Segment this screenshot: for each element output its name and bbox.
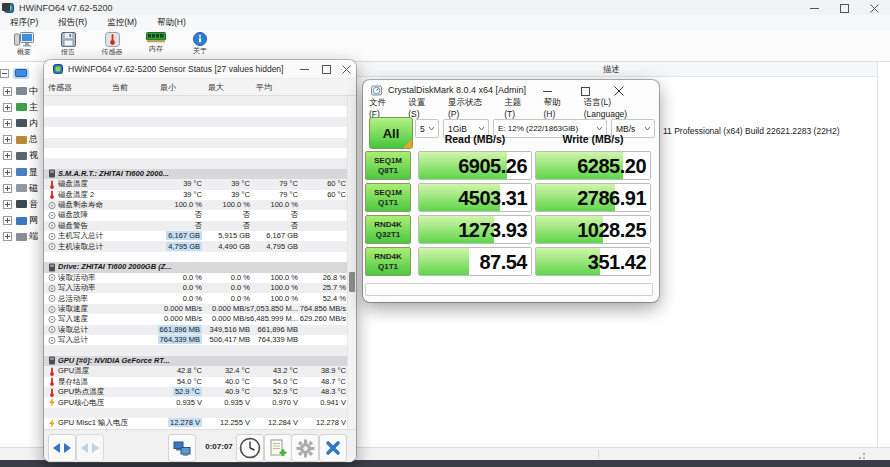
minimize-button[interactable] bbox=[298, 64, 310, 74]
arrows-swap-button[interactable] bbox=[48, 434, 76, 462]
sensor-section-header[interactable]: Drive: ZHITAI Ti600 2000GB (Z... bbox=[44, 262, 356, 272]
device-category-icon bbox=[16, 152, 27, 160]
expand-box-icon[interactable] bbox=[3, 216, 12, 225]
hwinfo-main-titlebar[interactable]: HWiNFO64 v7.62-5200 bbox=[0, 0, 890, 15]
sensor-row[interactable]: 显存结温54.0 °C40.0 °C54.0 °C48.7 °C bbox=[44, 377, 356, 387]
sensor-row[interactable]: 写入活动率0.0 %0.0 %100.0 %25.7 % bbox=[44, 283, 356, 293]
column-header-0[interactable]: 传感器 bbox=[48, 82, 72, 93]
expand-box-icon[interactable] bbox=[3, 87, 12, 96]
sensor-row[interactable]: 磁盘故障否否否 bbox=[44, 210, 356, 220]
scrollbar-thumb[interactable] bbox=[349, 272, 355, 292]
maximize-button[interactable] bbox=[838, 3, 850, 13]
tree-item-音[interactable]: 音 bbox=[3, 197, 38, 211]
tree-item-中[interactable]: 中 bbox=[3, 84, 38, 98]
sensor-row[interactable]: 主机读取总计4,795 GB4,490 GB4,795 GB bbox=[44, 241, 356, 251]
test-button-RND4K-Q1T1[interactable]: RND4KQ1T1 bbox=[365, 247, 411, 276]
toolbar-button-关于[interactable]: 关于 bbox=[178, 30, 222, 62]
expand-box-icon[interactable] bbox=[3, 103, 12, 112]
expand-box-icon[interactable] bbox=[3, 119, 12, 128]
sensor-row[interactable]: GPU核心电压0.935 V0.935 V0.970 V0.941 V bbox=[44, 397, 356, 407]
test-button-SEQ1M-Q8T1[interactable]: SEQ1MQ8T1 bbox=[365, 151, 411, 180]
test-button-RND4K-Q32T1[interactable]: RND4KQ32T1 bbox=[365, 215, 411, 244]
maximize-button[interactable] bbox=[579, 86, 591, 96]
column-header-2[interactable]: 最小 bbox=[128, 82, 176, 93]
toolbar-button-传感器[interactable]: 传感器 bbox=[90, 30, 134, 62]
cdm-menu-item-4[interactable]: 帮助(H) bbox=[538, 97, 578, 119]
run-all-tests-button[interactable]: All bbox=[369, 117, 413, 149]
cdm-menu-item-2[interactable]: 显示状态(P) bbox=[442, 97, 498, 119]
sensor-section-header[interactable]: GPU [#0]: NVIDIA GeForce RT... bbox=[44, 356, 356, 366]
sensor-empty-row bbox=[44, 148, 356, 158]
minimize-button[interactable] bbox=[808, 3, 820, 13]
sensor-row[interactable]: 磁盘警告否否否 bbox=[44, 221, 356, 231]
sensor-row[interactable]: GPU Misc1 输入电压12.278 V12.255 V12.284 V12… bbox=[44, 418, 356, 428]
tree-item-显[interactable]: 显 bbox=[3, 165, 38, 179]
sensor-value-min: 0.935 V bbox=[202, 398, 250, 408]
test-button-SEQ1M-Q1T1[interactable]: SEQ1MQ1T1 bbox=[365, 183, 411, 212]
arrows-swap-disabled-button[interactable] bbox=[76, 434, 104, 462]
expand-box-icon[interactable] bbox=[3, 168, 12, 177]
sensor-titlebar[interactable]: HWiNFO64 v7.62-5200 Sensor Status [27 va… bbox=[44, 60, 356, 79]
remote-monitoring-button[interactable] bbox=[168, 434, 196, 462]
sensor-row[interactable]: 主机写入总计6,167 GB5,915 GB6,167 GB bbox=[44, 231, 356, 241]
maximize-button[interactable] bbox=[320, 64, 332, 74]
collapse-box-icon[interactable] bbox=[0, 69, 9, 78]
sensor-value-min: 349,516 MB bbox=[202, 325, 250, 335]
clock-button[interactable] bbox=[236, 434, 264, 462]
close-button[interactable] bbox=[868, 3, 880, 13]
sensor-row[interactable]: 读取速度0.000 MB/s0.000 MB/s7,053.850 M...76… bbox=[44, 304, 356, 314]
description-column-header[interactable]: 描述 bbox=[300, 62, 877, 77]
sensor-row[interactable]: 写入速度0.000 MB/s0.000 MB/s6,485.999 M...62… bbox=[44, 314, 356, 324]
cdm-menu-item-0[interactable]: 文件(F) bbox=[363, 97, 402, 119]
column-header-3[interactable]: 最大 bbox=[176, 82, 224, 93]
expand-box-icon[interactable] bbox=[3, 232, 12, 241]
toolbar-button-概要[interactable]: 概要 bbox=[2, 30, 46, 62]
settings-gear-button[interactable] bbox=[291, 434, 319, 462]
tree-root-computer[interactable] bbox=[0, 66, 29, 80]
menu-item-0[interactable]: 程序(P) bbox=[0, 17, 48, 29]
sensor-row[interactable]: 写入总计764,339 MB506,417 MB764,339 MB bbox=[44, 335, 356, 345]
tree-item-内[interactable]: 内 bbox=[3, 116, 38, 130]
toolbar-button-内存[interactable]: 内存 bbox=[134, 30, 178, 62]
close-button[interactable] bbox=[340, 64, 352, 74]
tree-item-主[interactable]: 主 bbox=[3, 100, 38, 114]
sensor-row[interactable]: 磁盘温度 239 °C39 °C79 °C60 °C bbox=[44, 190, 356, 200]
tree-item-总[interactable]: 总 bbox=[3, 133, 38, 147]
scrollbar-track[interactable] bbox=[347, 96, 356, 429]
menu-item-3[interactable]: 帮助(H) bbox=[147, 17, 196, 29]
sensor-value-cur: 否 bbox=[146, 210, 202, 220]
expand-box-icon[interactable] bbox=[3, 151, 12, 160]
sensor-row[interactable]: GPU温度42.8 °C32.4 °C43.2 °C38.9 °C bbox=[44, 366, 356, 376]
tree-item-端[interactable]: 端 bbox=[3, 230, 38, 244]
sensor-row[interactable]: 磁盘温度39 °C39 °C79 °C60 °C bbox=[44, 179, 356, 189]
cdm-menu-item-1[interactable]: 设置(S) bbox=[402, 97, 442, 119]
expand-box-icon[interactable] bbox=[3, 184, 12, 193]
comment-field[interactable] bbox=[365, 283, 653, 296]
toolbar-button-报告[interactable]: 报告 bbox=[46, 30, 90, 62]
read-column-header: Read (MB/s) bbox=[418, 133, 532, 148]
tree-item-视[interactable]: 视 bbox=[3, 149, 38, 163]
close-button[interactable] bbox=[613, 86, 625, 96]
column-header-4[interactable]: 平均 bbox=[224, 82, 272, 93]
sensor-row[interactable]: 读取总计661,896 MB349,516 MB661,896 MB bbox=[44, 325, 356, 335]
expand-box-icon[interactable] bbox=[3, 135, 12, 144]
menu-item-2[interactable]: 监控(M) bbox=[97, 17, 147, 29]
menu-item-1[interactable]: 报告(R) bbox=[48, 17, 97, 29]
sensor-row[interactable]: 磁盘剩余寿命100.0 %100.0 %100.0 % bbox=[44, 200, 356, 210]
sensor-row[interactable]: 读取活动率0.0 %0.0 %100.0 %26.8 % bbox=[44, 273, 356, 283]
cdm-menu-item-5[interactable]: 语言(L)(Language) bbox=[578, 97, 659, 119]
minimize-button[interactable] bbox=[541, 86, 553, 96]
tree-item-网[interactable]: 网 bbox=[3, 214, 38, 228]
cdm-menu-item-3[interactable]: 主题(T) bbox=[498, 97, 537, 119]
sensor-section-header[interactable]: S.M.A.R.T.: ZHITAI Ti600 2000... bbox=[44, 169, 356, 179]
add-log-button[interactable] bbox=[264, 434, 292, 462]
column-header-1[interactable]: 当前 bbox=[72, 82, 128, 93]
sensor-row[interactable]: GPU热点温度52.9 °C40.9 °C52.9 °C48.3 °C bbox=[44, 387, 356, 397]
resize-grip[interactable] bbox=[856, 450, 866, 460]
sensor-row[interactable]: 总活动率0.0 %0.0 %100.0 %52.4 % bbox=[44, 293, 356, 303]
expand-box-icon[interactable] bbox=[3, 200, 12, 209]
close-x-button[interactable] bbox=[319, 434, 347, 462]
sensor-value-min: 0.0 % bbox=[202, 273, 250, 283]
tree-item-磁[interactable]: 磁 bbox=[3, 181, 38, 195]
cdm-window-title: CrystalDiskMark 8.0.4 x64 [Admin] bbox=[388, 85, 526, 95]
